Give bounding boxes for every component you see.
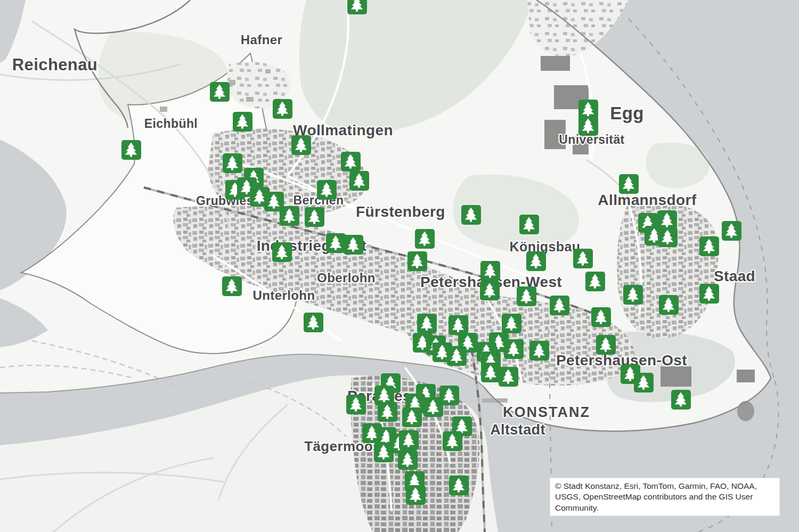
tree-marker[interactable]	[280, 206, 299, 226]
tree-icon	[701, 285, 717, 301]
tree-icon	[503, 315, 519, 331]
tree-marker[interactable]	[480, 261, 500, 281]
tree-marker[interactable]	[671, 390, 691, 410]
tree-icon	[587, 273, 603, 289]
tree-marker[interactable]	[591, 307, 611, 327]
tree-marker[interactable]	[502, 314, 521, 333]
tree-marker[interactable]	[304, 313, 323, 332]
tree-icon	[659, 229, 675, 245]
tree-icon	[635, 374, 651, 390]
tree-marker[interactable]	[344, 235, 363, 255]
tree-marker[interactable]	[346, 395, 366, 414]
tree-marker[interactable]	[699, 284, 719, 304]
tree-icon	[274, 244, 290, 260]
tree-icon	[306, 209, 322, 225]
tree-marker[interactable]	[480, 281, 500, 300]
tree-marker[interactable]	[291, 135, 311, 155]
tree-icon	[451, 477, 467, 493]
tree-marker[interactable]	[317, 180, 337, 200]
tree-marker[interactable]	[659, 295, 679, 315]
tree-marker[interactable]	[619, 174, 639, 194]
tree-marker[interactable]	[550, 296, 569, 315]
tree-marker[interactable]	[402, 407, 422, 427]
tree-icon	[673, 391, 689, 407]
tree-marker[interactable]	[519, 215, 539, 234]
tree-marker[interactable]	[526, 251, 546, 271]
tree-marker[interactable]	[378, 402, 397, 422]
tree-icon	[345, 236, 361, 252]
tree-marker[interactable]	[398, 450, 418, 470]
tree-marker[interactable]	[449, 476, 469, 495]
tree-icon	[593, 309, 609, 325]
tree-marker[interactable]	[529, 341, 549, 361]
markers-layer	[0, 0, 799, 532]
tree-marker[interactable]	[223, 153, 242, 173]
tree-icon	[349, 0, 365, 12]
attribution: © Stadt Konstanz, Esri, TomTom, Garmin, …	[550, 478, 780, 516]
tree-marker[interactable]	[347, 0, 367, 14]
tree-marker[interactable]	[722, 221, 741, 241]
tree-icon	[500, 369, 516, 384]
tree-marker[interactable]	[499, 367, 518, 387]
tree-marker[interactable]	[399, 430, 419, 450]
tree-marker[interactable]	[326, 233, 346, 253]
tree-icon	[234, 113, 250, 129]
tree-marker[interactable]	[406, 485, 426, 505]
tree-icon	[266, 193, 282, 209]
tree-icon	[580, 101, 596, 117]
tree-icon	[528, 253, 544, 269]
tree-marker[interactable]	[222, 276, 242, 296]
tree-icon	[419, 315, 435, 331]
tree-icon	[399, 452, 415, 468]
tree-marker[interactable]	[233, 112, 252, 132]
tree-icon	[409, 253, 425, 269]
tree-marker[interactable]	[461, 205, 481, 225]
map-canvas[interactable]: ReichenauHafnerEichbühlWollmatingenEggUn…	[0, 0, 799, 532]
tree-icon	[281, 208, 297, 224]
tree-marker[interactable]	[374, 443, 394, 462]
tree-marker[interactable]	[121, 140, 141, 160]
tree-icon	[123, 142, 139, 158]
tree-marker[interactable]	[439, 386, 459, 405]
tree-marker[interactable]	[517, 287, 536, 306]
tree-marker[interactable]	[504, 339, 524, 359]
tree-marker[interactable]	[341, 152, 361, 171]
tree-icon	[319, 182, 335, 198]
tree-marker[interactable]	[658, 227, 678, 247]
tree-marker[interactable]	[272, 242, 292, 262]
tree-icon	[224, 278, 240, 294]
tree-marker[interactable]	[407, 251, 427, 271]
tree-icon	[379, 404, 395, 420]
tree-marker[interactable]	[447, 346, 467, 366]
tree-icon	[483, 364, 499, 380]
tree-marker[interactable]	[443, 431, 462, 451]
tree-marker[interactable]	[305, 207, 324, 227]
tree-marker[interactable]	[699, 236, 719, 256]
tree-marker[interactable]	[349, 171, 369, 191]
tree-marker[interactable]	[210, 82, 230, 102]
tree-icon	[274, 101, 290, 117]
tree-icon	[407, 487, 423, 503]
tree-marker[interactable]	[585, 272, 605, 291]
tree-icon	[661, 297, 676, 313]
tree-icon	[441, 387, 457, 403]
tree-marker[interactable]	[273, 99, 292, 119]
tree-marker[interactable]	[578, 116, 598, 136]
tree-icon	[531, 342, 547, 358]
tree-icon	[444, 433, 460, 449]
tree-icon	[701, 238, 717, 254]
tree-icon	[518, 288, 534, 304]
tree-icon	[723, 223, 739, 239]
tree-marker[interactable]	[596, 335, 616, 355]
tree-marker[interactable]	[481, 363, 501, 382]
tree-marker[interactable]	[417, 314, 437, 333]
tree-marker[interactable]	[449, 315, 468, 335]
tree-marker[interactable]	[415, 229, 435, 249]
tree-icon	[404, 409, 420, 425]
tree-marker[interactable]	[634, 373, 654, 392]
tree-icon	[482, 263, 498, 279]
tree-icon	[343, 153, 358, 169]
tree-marker[interactable]	[573, 249, 593, 268]
tree-marker[interactable]	[623, 285, 643, 305]
tree-icon	[450, 317, 466, 333]
